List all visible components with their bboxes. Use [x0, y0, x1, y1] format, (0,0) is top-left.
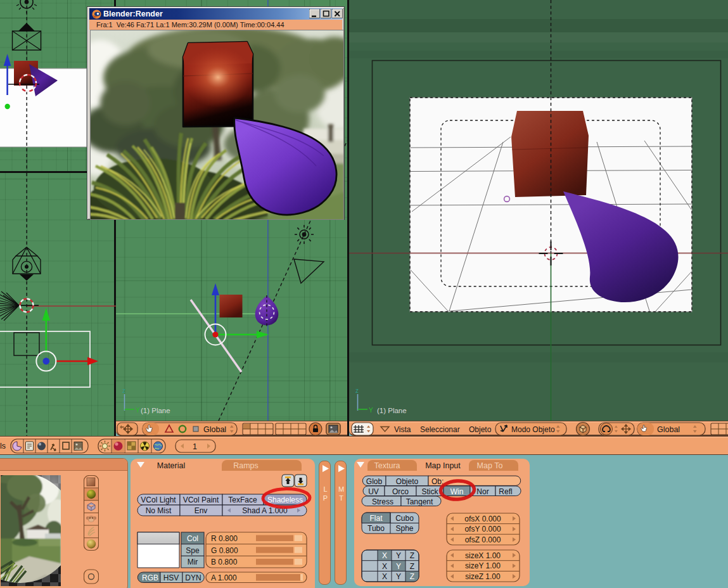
svg-text:Env: Env: [195, 506, 208, 515]
svg-text:Tangent: Tangent: [406, 497, 433, 506]
svg-text:(1) Plane: (1) Plane: [377, 407, 407, 414]
svg-text:Map Input: Map Input: [425, 461, 461, 470]
svg-text:Y: Y: [369, 407, 373, 414]
svg-text:1: 1: [193, 442, 197, 451]
svg-text:Z: Z: [410, 551, 414, 560]
svg-text:sizeZ 1.00: sizeZ 1.00: [465, 572, 501, 581]
svg-text:VCol Paint: VCol Paint: [183, 495, 219, 504]
svg-text:Sphe: Sphe: [395, 524, 413, 533]
svg-text:X: X: [382, 562, 387, 571]
svg-text:TexFace: TexFace: [228, 495, 257, 504]
svg-text:sizeX 1.00: sizeX 1.00: [465, 551, 501, 560]
svg-text:VCol Light: VCol Light: [141, 495, 176, 504]
svg-text:G 0.800: G 0.800: [211, 546, 238, 555]
svg-text:T: T: [339, 494, 343, 502]
svg-text:Global: Global: [203, 425, 226, 434]
svg-text:Win: Win: [450, 487, 464, 496]
svg-text:Col: Col: [187, 534, 198, 543]
svg-text:Stick: Stick: [421, 487, 438, 496]
svg-text:z: z: [122, 387, 125, 394]
svg-text:Map To: Map To: [477, 461, 503, 470]
svg-text:Modo Objeto: Modo Objeto: [511, 425, 555, 434]
svg-text:P: P: [323, 494, 328, 502]
svg-text:Vista: Vista: [394, 425, 411, 434]
svg-text:B 0.800: B 0.800: [211, 558, 238, 566]
svg-text:Y: Y: [396, 572, 401, 581]
svg-text:z: z: [355, 387, 359, 394]
svg-text:ofsZ 0.000: ofsZ 0.000: [465, 535, 501, 544]
svg-text:Y: Y: [396, 551, 401, 560]
svg-text:Textura: Textura: [374, 461, 400, 470]
svg-text:Refl: Refl: [499, 487, 512, 496]
svg-text:Cubo: Cubo: [395, 514, 414, 523]
svg-text:Z: Z: [410, 572, 414, 581]
svg-text:Ob:: Ob:: [431, 477, 444, 486]
svg-text:Y: Y: [396, 562, 401, 571]
svg-text:DYN: DYN: [185, 573, 201, 582]
svg-text:L: L: [323, 485, 327, 493]
svg-text:M: M: [338, 485, 344, 493]
svg-text:Mir: Mir: [188, 558, 198, 566]
svg-text:Shadeless: Shadeless: [267, 495, 303, 504]
svg-text:X: X: [382, 572, 387, 581]
svg-text:Stress: Stress: [372, 497, 393, 506]
svg-text:Flat: Flat: [369, 514, 383, 523]
svg-text:Seleccionar: Seleccionar: [420, 425, 460, 434]
svg-text:Glob: Glob: [366, 477, 383, 486]
svg-text:Objeto: Objeto: [469, 425, 492, 434]
svg-text:Tubo: Tubo: [367, 524, 385, 533]
svg-text:Objeto: Objeto: [396, 477, 419, 486]
svg-text:sizeY 1.00: sizeY 1.00: [465, 561, 501, 570]
svg-text:A 1.000: A 1.000: [211, 573, 237, 582]
svg-text:Orco: Orco: [392, 487, 409, 496]
svg-text:Spe: Spe: [186, 546, 200, 555]
svg-text:Nor: Nor: [476, 487, 489, 496]
svg-text:Material: Material: [157, 461, 185, 470]
svg-text:RGB: RGB: [142, 573, 158, 582]
svg-text:UV: UV: [368, 487, 379, 496]
svg-text:X: X: [382, 551, 387, 560]
svg-text:ofsY 0.000: ofsY 0.000: [464, 525, 501, 534]
svg-text:ls: ls: [0, 442, 6, 451]
svg-text:Y: Y: [136, 407, 140, 414]
svg-text:Ramps: Ramps: [233, 461, 259, 470]
svg-text:Global: Global: [657, 425, 680, 434]
svg-text:No Mist: No Mist: [146, 506, 172, 515]
svg-text:ofsX 0.000: ofsX 0.000: [464, 514, 501, 523]
svg-text:Z: Z: [410, 562, 414, 571]
svg-text:(1) Plane: (1) Plane: [141, 407, 170, 414]
svg-text:HSV: HSV: [163, 573, 179, 582]
svg-text:R 0.800: R 0.800: [211, 534, 238, 543]
